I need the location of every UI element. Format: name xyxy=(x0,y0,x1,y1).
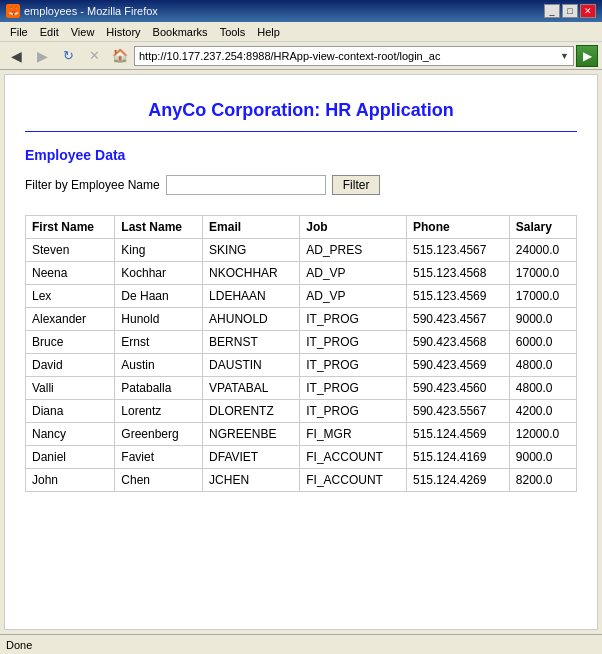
cell-0-5: 24000.0 xyxy=(509,239,576,262)
table-row: AlexanderHunoldAHUNOLDIT_PROG590.423.456… xyxy=(26,308,577,331)
menu-history[interactable]: History xyxy=(100,25,146,39)
title-bar: 🦊 employees - Mozilla Firefox _ □ ✕ xyxy=(0,0,602,22)
menu-edit[interactable]: Edit xyxy=(34,25,65,39)
forward-button[interactable]: ▶ xyxy=(30,45,54,67)
cell-9-0: Daniel xyxy=(26,446,115,469)
col-header-firstname: First Name xyxy=(26,216,115,239)
cell-8-2: NGREENBE xyxy=(203,423,300,446)
cell-2-2: LDEHAAN xyxy=(203,285,300,308)
col-header-salary: Salary xyxy=(509,216,576,239)
col-header-job: Job xyxy=(300,216,407,239)
menu-help[interactable]: Help xyxy=(251,25,286,39)
cell-10-5: 8200.0 xyxy=(509,469,576,492)
cell-9-3: FI_ACCOUNT xyxy=(300,446,407,469)
home-button[interactable]: 🏠 xyxy=(108,45,132,67)
cell-5-1: Austin xyxy=(115,354,203,377)
cell-0-1: King xyxy=(115,239,203,262)
window-controls[interactable]: _ □ ✕ xyxy=(544,4,596,18)
page-content: AnyCo Corporation: HR Application Employ… xyxy=(5,75,597,502)
cell-1-3: AD_VP xyxy=(300,262,407,285)
minimize-button[interactable]: _ xyxy=(544,4,560,18)
cell-2-1: De Haan xyxy=(115,285,203,308)
cell-5-5: 4800.0 xyxy=(509,354,576,377)
cell-1-0: Neena xyxy=(26,262,115,285)
cell-6-5: 4800.0 xyxy=(509,377,576,400)
section-title: Employee Data xyxy=(25,147,577,163)
back-button[interactable]: ◀ xyxy=(4,45,28,67)
cell-3-0: Alexander xyxy=(26,308,115,331)
status-text: Done xyxy=(6,639,32,651)
filter-input[interactable] xyxy=(166,175,326,195)
cell-1-4: 515.123.4568 xyxy=(407,262,510,285)
cell-4-5: 6000.0 xyxy=(509,331,576,354)
go-button[interactable]: ▶ xyxy=(576,45,598,67)
cell-7-0: Diana xyxy=(26,400,115,423)
address-input[interactable] xyxy=(139,50,556,62)
cell-4-3: IT_PROG xyxy=(300,331,407,354)
table-row: NancyGreenbergNGREENBEFI_MGR515.124.4569… xyxy=(26,423,577,446)
cell-10-1: Chen xyxy=(115,469,203,492)
cell-6-0: Valli xyxy=(26,377,115,400)
browser-content: AnyCo Corporation: HR Application Employ… xyxy=(4,74,598,630)
cell-2-5: 17000.0 xyxy=(509,285,576,308)
table-row: DavidAustinDAUSTINIT_PROG590.423.4569480… xyxy=(26,354,577,377)
col-header-lastname: Last Name xyxy=(115,216,203,239)
cell-2-4: 515.123.4569 xyxy=(407,285,510,308)
cell-5-3: IT_PROG xyxy=(300,354,407,377)
cell-5-0: David xyxy=(26,354,115,377)
cell-2-0: Lex xyxy=(26,285,115,308)
cell-8-5: 12000.0 xyxy=(509,423,576,446)
col-header-email: Email xyxy=(203,216,300,239)
cell-3-1: Hunold xyxy=(115,308,203,331)
cell-10-4: 515.124.4269 xyxy=(407,469,510,492)
cell-2-3: AD_VP xyxy=(300,285,407,308)
menu-view[interactable]: View xyxy=(65,25,101,39)
table-row: BruceErnstBERNSTIT_PROG590.423.45686000.… xyxy=(26,331,577,354)
window-title: employees - Mozilla Firefox xyxy=(24,5,158,17)
address-dropdown-icon[interactable]: ▼ xyxy=(560,51,569,61)
maximize-button[interactable]: □ xyxy=(562,4,578,18)
cell-10-2: JCHEN xyxy=(203,469,300,492)
address-bar[interactable]: ▼ xyxy=(134,46,574,66)
cell-1-1: Kochhar xyxy=(115,262,203,285)
cell-3-4: 590.423.4567 xyxy=(407,308,510,331)
filter-button[interactable]: Filter xyxy=(332,175,381,195)
table-row: JohnChenJCHENFI_ACCOUNT515.124.42698200.… xyxy=(26,469,577,492)
cell-5-4: 590.423.4569 xyxy=(407,354,510,377)
cell-6-2: VPATABAL xyxy=(203,377,300,400)
cell-6-1: Pataballa xyxy=(115,377,203,400)
status-bar: Done xyxy=(0,634,602,654)
filter-row: Filter by Employee Name Filter xyxy=(25,175,577,195)
cell-8-3: FI_MGR xyxy=(300,423,407,446)
reload-button[interactable]: ↻ xyxy=(56,45,80,67)
cell-9-4: 515.124.4169 xyxy=(407,446,510,469)
table-row: DianaLorentzDLORENTZIT_PROG590.423.55674… xyxy=(26,400,577,423)
cell-7-4: 590.423.5567 xyxy=(407,400,510,423)
menu-bar: File Edit View History Bookmarks Tools H… xyxy=(0,22,602,42)
close-button[interactable]: ✕ xyxy=(580,4,596,18)
nav-bar: ◀ ▶ ↻ ✕ 🏠 ▼ ▶ xyxy=(0,42,602,70)
stop-button[interactable]: ✕ xyxy=(82,45,106,67)
employee-table: First Name Last Name Email Job Phone Sal… xyxy=(25,215,577,492)
page-title: AnyCo Corporation: HR Application xyxy=(25,85,577,132)
menu-bookmarks[interactable]: Bookmarks xyxy=(147,25,214,39)
table-row: NeenaKochharNKOCHHARAD_VP515.123.4568170… xyxy=(26,262,577,285)
cell-10-3: FI_ACCOUNT xyxy=(300,469,407,492)
cell-1-5: 17000.0 xyxy=(509,262,576,285)
cell-8-1: Greenberg xyxy=(115,423,203,446)
cell-0-4: 515.123.4567 xyxy=(407,239,510,262)
cell-0-3: AD_PRES xyxy=(300,239,407,262)
cell-3-5: 9000.0 xyxy=(509,308,576,331)
menu-tools[interactable]: Tools xyxy=(214,25,252,39)
menu-file[interactable]: File xyxy=(4,25,34,39)
col-header-phone: Phone xyxy=(407,216,510,239)
cell-6-3: IT_PROG xyxy=(300,377,407,400)
cell-3-2: AHUNOLD xyxy=(203,308,300,331)
cell-8-4: 515.124.4569 xyxy=(407,423,510,446)
cell-7-3: IT_PROG xyxy=(300,400,407,423)
cell-9-5: 9000.0 xyxy=(509,446,576,469)
filter-label: Filter by Employee Name xyxy=(25,178,160,192)
cell-6-4: 590.423.4560 xyxy=(407,377,510,400)
table-header-row: First Name Last Name Email Job Phone Sal… xyxy=(26,216,577,239)
cell-4-2: BERNST xyxy=(203,331,300,354)
